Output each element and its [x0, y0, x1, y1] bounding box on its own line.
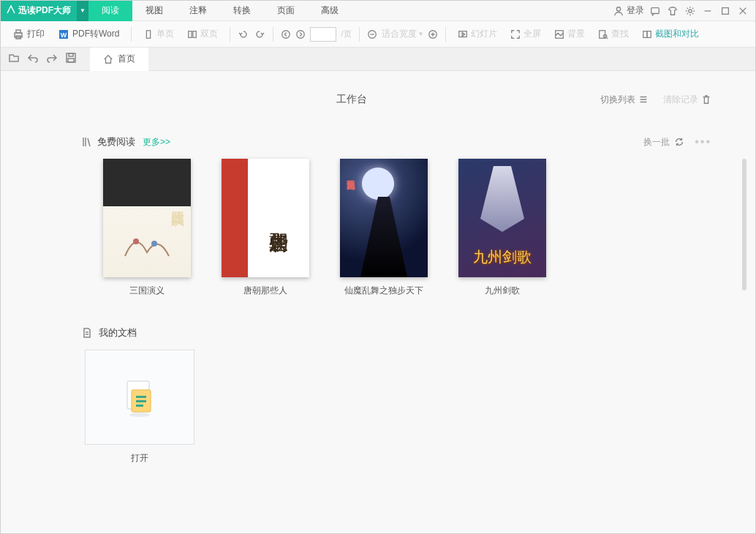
zoom-out-icon[interactable] — [367, 29, 377, 40]
background-label: 背景 — [567, 28, 585, 40]
feedback-icon[interactable] — [650, 6, 660, 16]
svg-point-2 — [689, 9, 692, 12]
undo-icon[interactable] — [27, 52, 39, 66]
open-label: 打开 — [131, 452, 148, 465]
single-page-button[interactable]: 单页 — [139, 25, 178, 43]
menu-tab-view[interactable]: 视图 — [132, 1, 176, 21]
menu-tab-read[interactable]: 阅读 — [88, 1, 132, 21]
pdf2word-label: PDF转Word — [72, 28, 119, 40]
workspace-header: 工作台 切换列表 清除记录 — [103, 93, 711, 106]
app-brand: 迅读PDF大师 — [1, 1, 77, 21]
chevron-down-icon: ▼ — [418, 31, 424, 37]
rotate-left-icon[interactable] — [238, 29, 249, 40]
page-number-input[interactable] — [310, 27, 336, 42]
svg-rect-31 — [136, 405, 143, 407]
svg-rect-3 — [722, 7, 729, 14]
book-item[interactable]: 仙魔乱舞之独步天下 仙魔乱舞之独步天下 — [340, 159, 428, 297]
find-icon — [598, 29, 608, 40]
minimize-icon[interactable] — [703, 6, 713, 16]
book-item[interactable]: 三國演義 三国演义 — [103, 159, 191, 297]
quick-buttons — [8, 52, 77, 66]
book-cover: 唐朝那些人 — [222, 159, 309, 277]
clear-history-button[interactable]: 清除记录 — [663, 94, 711, 106]
page-sep-label: /页 — [341, 29, 351, 40]
word-icon: W — [58, 29, 69, 40]
prev-page-icon[interactable] — [281, 29, 291, 40]
menu-tab-page[interactable]: 页面 — [264, 1, 308, 21]
print-label: 打印 — [27, 28, 45, 40]
tab-home-label: 首页 — [118, 53, 135, 65]
change-batch-button[interactable]: 换一批 — [643, 136, 684, 148]
menu-tab-convert[interactable]: 转换 — [220, 1, 264, 21]
my-documents-header: 我的文档 — [81, 326, 711, 339]
scrollbar[interactable] — [742, 159, 746, 290]
maximize-icon[interactable] — [720, 6, 730, 16]
svg-rect-30 — [136, 400, 146, 402]
document-tab-row: 首页 — [1, 48, 755, 71]
svg-rect-1 — [651, 7, 659, 13]
more-dots-icon[interactable]: ••• — [695, 135, 711, 148]
svg-rect-9 — [147, 30, 151, 38]
workspace-title: 工作台 — [103, 93, 600, 106]
app-logo-icon — [7, 5, 15, 16]
title-bar: 迅读PDF大师 ▼ 阅读 视图 注释 转换 页面 高级 登录 — [1, 1, 755, 21]
book-item[interactable]: 唐朝那些人 唐朝那些人 — [222, 159, 309, 297]
book-title: 仙魔乱舞之独步天下 — [344, 285, 423, 297]
screenshot-button[interactable]: 截图和对比 — [638, 25, 703, 43]
zoom-mode-label: 适合宽度 — [382, 28, 417, 40]
menu-tab-advanced[interactable]: 高级 — [308, 1, 352, 21]
slideshow-button[interactable]: 幻灯片 — [453, 25, 502, 43]
screenshot-icon — [642, 29, 652, 40]
double-page-label: 双页 — [200, 28, 218, 40]
home-icon — [103, 54, 113, 64]
svg-point-32 — [129, 413, 150, 417]
free-read-header: 免费阅读 更多>> 换一批 ••• — [81, 135, 711, 148]
book-grid: 三國演義 三国演义 唐朝那些人 唐朝那些人 仙魔乱舞之独步天下 仙魔乱舞之独步天… — [103, 159, 711, 297]
redo-icon[interactable] — [46, 52, 58, 66]
tab-home[interactable]: 首页 — [90, 48, 148, 71]
content-area: 工作台 切换列表 清除记录 免费阅读 更多>> 换一批 — [1, 71, 755, 533]
open-document-card[interactable]: 打开 — [81, 350, 198, 465]
double-page-button[interactable]: 双页 — [183, 25, 222, 43]
login-label: 登录 — [627, 4, 644, 17]
brand-dropdown-icon[interactable]: ▼ — [77, 1, 88, 21]
zoom-mode-select[interactable]: 适合宽度 ▼ — [382, 28, 424, 40]
skin-icon[interactable] — [668, 6, 678, 16]
menu-tabs: 阅读 视图 注释 转换 页面 高级 — [88, 1, 352, 21]
fullscreen-button[interactable]: 全屏 — [506, 25, 545, 43]
book-cover: 仙魔乱舞之独步天下 — [340, 159, 428, 277]
svg-rect-20 — [643, 31, 647, 37]
book-item[interactable]: 九州剑歌 九州剑歌 — [458, 159, 546, 297]
open-doc-icon — [121, 377, 158, 418]
zoom-in-icon[interactable] — [428, 29, 438, 40]
free-read-label: 免费阅读 — [97, 135, 135, 148]
more-link[interactable]: 更多>> — [143, 136, 170, 148]
open-file-icon[interactable] — [8, 52, 20, 66]
window-controls — [650, 6, 755, 16]
settings-icon[interactable] — [685, 6, 695, 16]
background-icon — [554, 29, 564, 40]
main-panel: 工作台 切换列表 清除记录 免费阅读 更多>> 换一批 — [1, 71, 755, 533]
pdf2word-button[interactable]: W PDF转Word — [53, 25, 124, 43]
svg-rect-23 — [69, 53, 73, 56]
save-icon[interactable] — [65, 52, 77, 66]
switch-list-button[interactable]: 切换列表 — [600, 94, 649, 106]
background-button[interactable]: 背景 — [550, 25, 589, 43]
slideshow-icon — [458, 29, 468, 40]
next-page-icon[interactable] — [295, 29, 306, 40]
menu-tab-annotate[interactable]: 注释 — [176, 1, 220, 21]
toolbar-ribbon: 打印 W PDF转Word 单页 双页 /页 适合宽度 ▼ 幻灯片 全屏 背景 … — [1, 21, 755, 48]
print-button[interactable]: 打印 — [8, 25, 49, 43]
single-page-label: 单页 — [156, 28, 174, 40]
svg-point-25 — [133, 238, 139, 244]
find-button[interactable]: 查找 — [594, 25, 633, 43]
my-documents-label: 我的文档 — [99, 326, 137, 339]
trash-icon — [701, 94, 711, 105]
svg-rect-11 — [193, 31, 196, 37]
login-area[interactable]: 登录 — [613, 4, 644, 17]
book-title: 唐朝那些人 — [243, 285, 287, 297]
book-title: 九州剑歌 — [485, 285, 520, 297]
svg-point-13 — [297, 30, 305, 38]
close-icon[interactable] — [738, 6, 748, 16]
rotate-right-icon[interactable] — [254, 29, 265, 40]
